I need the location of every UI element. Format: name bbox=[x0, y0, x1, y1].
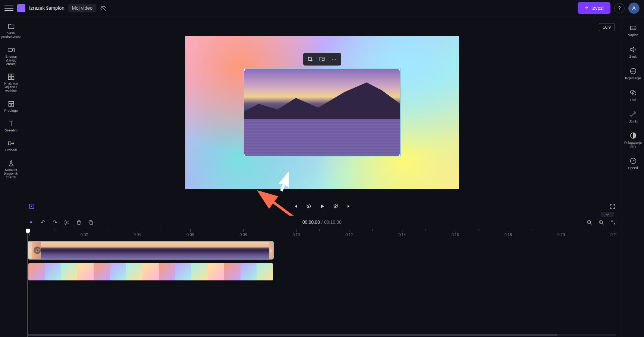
panel-item-filters[interactable]: Filtri bbox=[622, 86, 644, 104]
preview-canvas[interactable]: ⋯ ↻ bbox=[185, 36, 459, 189]
panel-label: Pojemanje bbox=[625, 77, 641, 80]
timeline-clip-background[interactable] bbox=[28, 263, 274, 281]
help-button[interactable]: ? bbox=[614, 3, 625, 13]
panel-item-fade[interactable]: Pojemanje bbox=[622, 65, 644, 83]
sidebar-label: Vaša predstavnost bbox=[1, 32, 21, 39]
fit-button[interactable] bbox=[610, 219, 616, 226]
export-button[interactable]: Izvozi bbox=[578, 2, 610, 14]
sidebar-label: Besedilo bbox=[4, 129, 18, 133]
ruler-tick: 0:02 bbox=[81, 229, 88, 237]
right-sidebar: Napise Zvok Pojemanje Filtri Učinki Pril… bbox=[622, 16, 644, 337]
magic-button[interactable]: ✦ bbox=[28, 219, 34, 226]
svg-rect-3 bbox=[8, 77, 11, 80]
total-time: 00:10.00 bbox=[324, 220, 342, 225]
clip-trim-right[interactable]: || bbox=[269, 242, 273, 259]
clip-trim-left[interactable]: || bbox=[28, 242, 32, 259]
skip-end-button[interactable] bbox=[346, 203, 352, 210]
app-logo bbox=[17, 4, 25, 12]
timeline-scrollbar[interactable] bbox=[28, 334, 616, 336]
panel-item-captions[interactable]: Napise bbox=[622, 22, 644, 39]
ruler-tick: 0:08 bbox=[239, 229, 246, 237]
filters-icon bbox=[629, 89, 637, 97]
resize-handle-br[interactable] bbox=[399, 154, 401, 156]
time-ruler[interactable]: 00:020:040:060:080:100:120:140:160:180:2… bbox=[28, 229, 616, 237]
ruler-tick: 0:06 bbox=[186, 229, 194, 237]
sidebar-item-brandkit[interactable]: Komplet blagovnih znamk bbox=[0, 157, 22, 182]
sidebar-label: Prehodi bbox=[5, 149, 17, 152]
sidebar-item-templates[interactable]: Predloge bbox=[0, 98, 22, 115]
zoom-in-button[interactable] bbox=[598, 219, 604, 226]
playhead[interactable] bbox=[28, 229, 28, 337]
ruler-tick: 0:22 bbox=[610, 229, 616, 237]
panel-label: Zvok bbox=[629, 55, 637, 59]
panel-label: Filtri bbox=[630, 98, 636, 102]
video-track-2[interactable] bbox=[28, 263, 616, 281]
stage-area: 16:9 ⋯ ↻ bbox=[22, 16, 622, 216]
contrast-icon bbox=[629, 131, 637, 140]
ruler-tick: 0:20 bbox=[557, 229, 565, 237]
split-button[interactable] bbox=[63, 219, 70, 226]
play-button[interactable] bbox=[319, 203, 326, 210]
auto-compose-button[interactable] bbox=[28, 203, 35, 210]
panel-item-coloradj[interactable]: Prilagajanje barv bbox=[622, 129, 644, 151]
sidebar-label: Snemaj &amp; create bbox=[1, 55, 21, 66]
sidebar-item-text[interactable]: Besedilo bbox=[0, 117, 22, 135]
ruler-tick: 0:16 bbox=[452, 229, 459, 237]
timeline-panel: ✦ ↶ ↷ 00:00.00 / 00:10.00 00:020:040:060… bbox=[22, 216, 622, 337]
pip-button[interactable] bbox=[317, 55, 327, 64]
duplicate-button[interactable] bbox=[87, 219, 94, 226]
resize-handle-tl[interactable] bbox=[243, 69, 245, 71]
zoom-out-button[interactable] bbox=[586, 219, 593, 226]
menu-button[interactable] bbox=[4, 4, 13, 13]
resize-handle-bl[interactable] bbox=[243, 154, 245, 156]
folder-icon bbox=[7, 22, 15, 31]
svg-text:5: 5 bbox=[308, 206, 309, 208]
delete-button[interactable] bbox=[75, 219, 82, 226]
user-avatar[interactable]: A bbox=[628, 3, 640, 14]
templates-icon bbox=[7, 100, 15, 108]
svg-rect-5 bbox=[9, 101, 13, 103]
panel-label: Prilagajanje barv bbox=[624, 141, 642, 149]
sidebar-label: Knjižnica knjižnice vsebine bbox=[1, 82, 21, 93]
crop-button[interactable] bbox=[305, 55, 315, 64]
panel-label: Speed bbox=[628, 166, 638, 170]
fullscreen-button[interactable] bbox=[609, 203, 616, 210]
svg-rect-0 bbox=[8, 48, 12, 51]
panel-item-speed[interactable]: Speed bbox=[622, 155, 644, 172]
undo-button[interactable]: ↶ bbox=[40, 219, 46, 226]
aspect-ratio-badge[interactable]: 16:9 bbox=[599, 23, 615, 31]
clip-toolbar: ⋯ bbox=[303, 53, 341, 66]
clip-audio-icon[interactable]: 🔊 bbox=[34, 247, 41, 254]
transitions-icon bbox=[7, 139, 15, 147]
fwd5-button[interactable]: 5 bbox=[332, 203, 339, 210]
cloud-off-icon bbox=[100, 5, 107, 12]
export-label: Izvozi bbox=[591, 5, 604, 11]
left-sidebar: Vaša predstavnost Snemaj &amp; create Kn… bbox=[0, 16, 22, 337]
timeline-clip-video[interactable]: || 🔊 || bbox=[28, 241, 274, 260]
sidebar-item-media[interactable]: Vaša predstavnost bbox=[0, 20, 22, 41]
svg-rect-8 bbox=[8, 142, 11, 145]
redo-button[interactable]: ↷ bbox=[51, 219, 58, 226]
video-track-1[interactable]: || 🔊 || bbox=[28, 241, 616, 260]
skip-start-button[interactable] bbox=[292, 203, 299, 210]
resize-handle-tr[interactable] bbox=[399, 69, 401, 71]
svg-text:5: 5 bbox=[335, 206, 336, 208]
speed-icon bbox=[629, 157, 637, 165]
sidebar-item-library[interactable]: Knjižnica knjižnice vsebine bbox=[0, 70, 22, 95]
back5-button[interactable]: 5 bbox=[305, 203, 312, 210]
svg-rect-2 bbox=[11, 74, 14, 77]
sidebar-item-record[interactable]: Snemaj &amp; create bbox=[0, 44, 22, 69]
selected-clip[interactable]: ↻ bbox=[243, 69, 401, 156]
tracks-area[interactable]: || 🔊 || bbox=[22, 237, 622, 337]
more-button[interactable]: ⋯ bbox=[329, 55, 339, 64]
svg-rect-1 bbox=[8, 74, 11, 77]
sidebar-label: Predloge bbox=[4, 109, 18, 113]
ruler-tick: 0:14 bbox=[399, 229, 406, 237]
panel-item-audio[interactable]: Zvok bbox=[622, 43, 644, 61]
panel-item-effects[interactable]: Učinki bbox=[622, 108, 644, 126]
brand-name: Izrezek šampion bbox=[29, 5, 65, 11]
text-icon bbox=[7, 120, 15, 128]
video-title[interactable]: Moj video bbox=[68, 4, 97, 12]
sidebar-item-transitions[interactable]: Prehodi bbox=[0, 137, 22, 155]
camera-icon bbox=[7, 46, 15, 54]
